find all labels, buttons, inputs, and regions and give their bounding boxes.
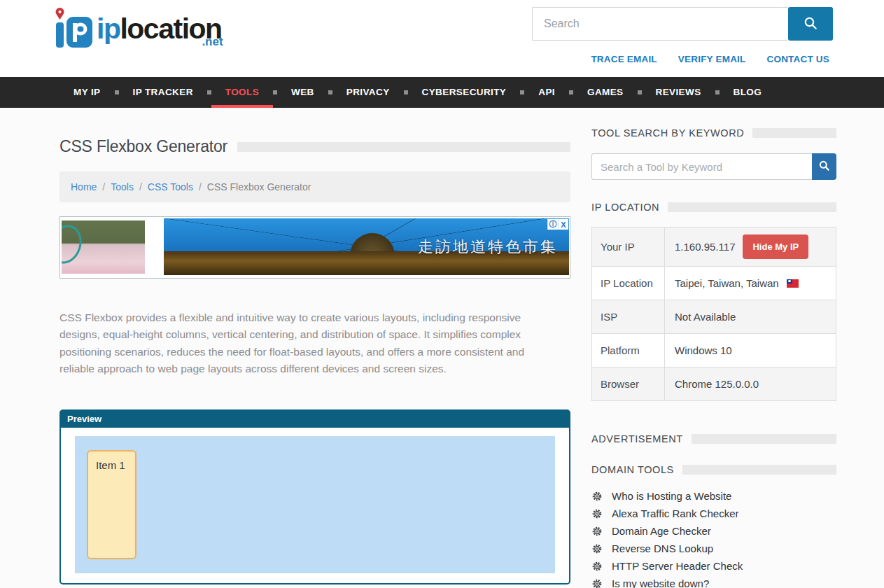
breadcrumb-separator: /	[139, 181, 142, 192]
breadcrumb: Home/Tools/CSS Tools/CSS Flexbox Generat…	[59, 172, 570, 202]
title-row: CSS Flexbox Generator	[59, 137, 570, 156]
main-column: CSS Flexbox Generator Home/Tools/CSS Too…	[59, 127, 570, 588]
domain-tool-http-server-header-check[interactable]: HTTP Server Header Check	[591, 560, 836, 572]
domain-tool-domain-age-checker[interactable]: Domain Age Checker	[591, 525, 836, 537]
domain-tool-label: HTTP Server Header Check	[612, 560, 743, 572]
ip-row-value: Windows 10	[664, 334, 836, 367]
tool-search-heading: TOOL SEARCH BY KEYWORD	[591, 127, 836, 139]
domain-tools-heading: DOMAIN TOOLS	[591, 464, 836, 475]
nav-item-my-ip[interactable]: MY IP	[59, 77, 115, 108]
nav-item-games[interactable]: GAMES	[573, 77, 638, 108]
page-title: CSS Flexbox Generator	[59, 137, 227, 156]
title-decor-bar	[237, 142, 570, 152]
logo-pin-icon	[55, 7, 94, 55]
ad-left-image	[62, 220, 145, 274]
flex-preview-container: Item 1	[75, 436, 555, 573]
ad-right-image: 走訪地道特色市集 ⓘ X	[164, 218, 569, 275]
nav-item-privacy[interactable]: PRIVACY	[332, 77, 404, 108]
tool-description: CSS Flexbox provides a flexible and intu…	[59, 309, 558, 377]
header-search-button[interactable]	[788, 7, 833, 41]
advertisement-heading: ADVERTISEMENT	[591, 433, 836, 444]
ip-row-label: IP Location	[592, 267, 664, 300]
tool-search-heading-label: TOOL SEARCH BY KEYWORD	[591, 127, 744, 139]
ip-table-row-isp: ISPNot Available	[592, 300, 836, 333]
advertisement-heading-label: ADVERTISEMENT	[591, 433, 683, 444]
ip-table-row-platform: PlatformWindows 10	[592, 333, 836, 367]
domain-tools-heading-label: DOMAIN TOOLS	[591, 464, 674, 475]
domain-tool-alexa-traffic-rank-checker[interactable]: Alexa Traffic Rank Checker	[591, 507, 836, 519]
breadcrumb-tools[interactable]: Tools	[111, 181, 134, 192]
breadcrumb-separator: /	[199, 181, 202, 192]
header-link-contact-us[interactable]: CONTACT US	[767, 54, 830, 64]
gear-icon	[591, 526, 603, 537]
breadcrumb-css-tools[interactable]: CSS Tools	[148, 181, 193, 192]
heading-decor-bar	[682, 465, 836, 475]
ip-row-value-text: Windows 10	[675, 344, 732, 356]
nav-item-reviews[interactable]: REVIEWS	[642, 77, 715, 108]
ip-row-label: Browser	[592, 368, 664, 400]
logo-word-ip: ip	[97, 13, 120, 45]
domain-tools-list: Who is Hosting a WebsiteAlexa Traffic Ra…	[591, 490, 836, 588]
logo-net-suffix: .net	[202, 20, 223, 64]
breadcrumb-css-flexbox-generator: CSS Flexbox Generator	[207, 181, 311, 192]
nav-item-api[interactable]: API	[524, 77, 569, 108]
breadcrumb-separator: /	[102, 181, 105, 192]
domain-tool-label: Is my website down?	[612, 578, 709, 588]
ip-row-value-text: Taipei, Taiwan, Taiwan	[675, 277, 779, 289]
domain-tool-who-is-hosting-a-website[interactable]: Who is Hosting a Website	[591, 490, 836, 502]
domain-tool-label: Alexa Traffic Rank Checker	[612, 507, 738, 519]
heading-decor-bar	[692, 434, 836, 444]
header-link-trace-email[interactable]: TRACE EMAIL	[591, 54, 657, 64]
preview-panel-body: Item 1	[61, 428, 569, 583]
main-nav: MY IPIP TRACKERTOOLSWEBPRIVACYCYBERSECUR…	[0, 77, 884, 108]
domain-tool-is-my-website-down[interactable]: Is my website down?	[591, 578, 836, 588]
preview-panel: Preview Item 1	[59, 410, 570, 584]
ip-row-value-text: Chrome 125.0.0.0	[675, 378, 759, 390]
ip-row-label: Your IP	[592, 227, 664, 266]
ad-close-icon[interactable]: X	[558, 219, 568, 230]
ip-row-value-text: 1.160.95.117	[675, 241, 735, 253]
nav-item-tools[interactable]: TOOLS	[211, 77, 273, 108]
ip-row-label: ISP	[592, 300, 664, 333]
ip-table-row-ip-location: IP LocationTaipei, Taiwan, Taiwan	[592, 266, 836, 300]
header-link-verify-email[interactable]: VERIFY EMAIL	[678, 54, 746, 64]
header-links: TRACE EMAILVERIFY EMAILCONTACT US	[591, 54, 829, 64]
header-search-input[interactable]	[532, 7, 788, 41]
gear-icon	[591, 578, 603, 588]
ad-caption: 走訪地道特色市集	[418, 237, 558, 258]
breadcrumb-home[interactable]: Home	[71, 181, 97, 192]
ip-location-heading-label: IP LOCATION	[591, 202, 659, 213]
ip-row-value: Chrome 125.0.0.0	[664, 368, 836, 400]
content: CSS Flexbox Generator Home/Tools/CSS Too…	[0, 108, 884, 588]
sidebar: TOOL SEARCH BY KEYWORD IP LOCATION Your …	[591, 127, 836, 588]
ip-row-label: Platform	[592, 334, 664, 367]
ad-info-icon[interactable]: ⓘ	[547, 219, 558, 230]
nav-item-web[interactable]: WEB	[277, 77, 328, 108]
tool-search-button[interactable]	[812, 153, 836, 180]
header-search	[532, 7, 833, 41]
gear-icon	[591, 543, 603, 554]
ip-table-row-browser: BrowserChrome 125.0.0.0	[592, 367, 836, 400]
nav-item-blog[interactable]: BLOG	[720, 77, 776, 108]
site-header: iplocation .net TRACE EMAILVERIFY EMAILC…	[0, 0, 884, 77]
gear-icon	[591, 561, 603, 572]
ip-row-value-text: Not Available	[675, 311, 736, 323]
search-icon	[803, 15, 818, 33]
preview-panel-header: Preview	[61, 411, 569, 428]
logo-wordmark: iplocation .net	[97, 7, 222, 57]
ip-row-value: Not Available	[664, 300, 836, 333]
tool-search-input[interactable]	[591, 153, 812, 180]
gear-icon	[591, 508, 603, 519]
domain-tool-reverse-dns-lookup[interactable]: Reverse DNS Lookup	[591, 542, 836, 554]
taiwan-flag-icon	[787, 279, 799, 288]
ip-row-value: Taipei, Taiwan, Taiwan	[664, 267, 836, 300]
nav-item-ip-tracker[interactable]: IP TRACKER	[119, 77, 207, 108]
site-logo[interactable]: iplocation .net	[55, 7, 222, 57]
ip-row-value: 1.160.95.117Hide My IP	[664, 227, 836, 266]
nav-item-cybersecurity[interactable]: CYBERSECURITY	[408, 77, 521, 108]
flex-item-item-1[interactable]: Item 1	[87, 450, 136, 559]
hide-my-ip-button[interactable]: Hide My IP	[743, 234, 808, 259]
ad-banner[interactable]: 走訪地道特色市集 ⓘ X	[59, 216, 570, 279]
domain-tool-label: Who is Hosting a Website	[612, 490, 731, 502]
gear-icon	[591, 491, 603, 502]
